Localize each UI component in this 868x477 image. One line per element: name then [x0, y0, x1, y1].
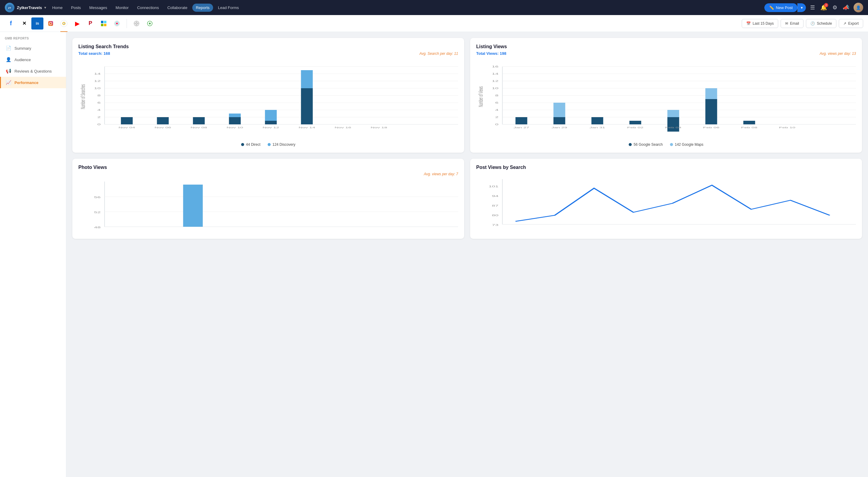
nav-reports[interactable]: Reports — [192, 4, 213, 12]
sidebar-item-performance[interactable]: 📈 Performance — [0, 77, 66, 88]
legend-discovery: 124 Discovery — [268, 142, 296, 147]
top-navigation: ZT ZylkerTravels ▾ Home Posts Messages M… — [0, 0, 868, 15]
listing-views-avg: Avg. views per day: 13 — [819, 52, 856, 56]
svg-text:Jan 27: Jan 27 — [514, 126, 529, 129]
svg-text:ZT: ZT — [8, 7, 11, 9]
social-bar-actions: 📅 Last 15 Days ✉ Email 🕐 Schedule ↗ Expo… — [742, 19, 863, 28]
legend-discovery-dot — [268, 143, 271, 146]
new-post-button[interactable]: ✏️ New Post — [764, 3, 798, 12]
svg-rect-9 — [104, 21, 106, 23]
nav-posts[interactable]: Posts — [67, 4, 85, 12]
svg-rect-46 — [229, 117, 241, 124]
content-area: Listing Search Trends Total search: 168 … — [66, 32, 868, 477]
svg-rect-47 — [229, 113, 241, 117]
svg-rect-44 — [193, 117, 205, 124]
youtube-icon-button[interactable]: ▶ — [71, 18, 83, 30]
svg-text:52: 52 — [94, 211, 101, 214]
svg-text:87: 87 — [492, 204, 498, 207]
megaphone-button[interactable]: 📣 — [841, 3, 850, 12]
linkedin-icon-button[interactable]: in — [31, 18, 43, 30]
export-icon: ↗ — [843, 22, 846, 26]
svg-text:Feb 04: Feb 04 — [665, 126, 682, 129]
legend-direct: 44 Direct — [241, 142, 260, 147]
email-button[interactable]: ✉ Email — [781, 19, 804, 28]
svg-text:Nov 16: Nov 16 — [335, 126, 351, 129]
notification-badge: 2 — [824, 3, 828, 7]
svg-rect-77 — [516, 117, 527, 124]
extra-social-1[interactable] — [130, 18, 143, 30]
notifications-button[interactable]: 🔔 2 — [819, 3, 828, 12]
photo-views-title: Photo Views — [79, 165, 458, 170]
listing-views-title: Listing Views — [476, 44, 856, 49]
svg-text:14: 14 — [492, 72, 498, 75]
legend-google-search-dot — [629, 143, 632, 146]
svg-rect-10 — [101, 24, 103, 26]
svg-rect-102 — [183, 184, 203, 227]
menu-icon-button[interactable]: ☰ — [809, 3, 816, 12]
svg-text:Nov 18: Nov 18 — [371, 126, 387, 129]
brand-name: ZylkerTravels — [17, 5, 42, 10]
settings-button[interactable]: ⚙ — [831, 3, 838, 12]
nav-collaborate[interactable]: Collaborate — [164, 4, 191, 12]
photo-views-chart: 48 52 56 — [79, 178, 458, 233]
export-label: Export — [848, 22, 859, 26]
svg-rect-2 — [48, 21, 53, 26]
main-layout: GMB REPORTS 📄 Summary 👤 Audience 📢 Revie… — [0, 32, 868, 477]
svg-text:56: 56 — [94, 196, 101, 199]
brand-dropdown-icon[interactable]: ▾ — [44, 6, 46, 10]
svg-point-14 — [116, 23, 118, 24]
sidebar-audience-label: Audience — [14, 58, 31, 62]
nav-home[interactable]: Home — [49, 4, 66, 12]
listing-search-chart: 0 2 4 6 8 10 12 14 Number of Searches No… — [79, 61, 458, 139]
gmb-icon-button[interactable]: G — [58, 18, 70, 30]
nav-lead-forms[interactable]: Lead Forms — [214, 4, 242, 12]
post-views-card: Post Views by Search 73 80 87 94 101 — [470, 159, 862, 239]
svg-text:16: 16 — [492, 65, 498, 68]
svg-text:6: 6 — [495, 101, 498, 104]
svg-text:Nov 08: Nov 08 — [190, 126, 207, 129]
sidebar-reviews-label: Reviews & Questions — [14, 69, 52, 73]
sidebar-item-audience[interactable]: 👤 Audience — [0, 54, 66, 65]
new-post-icon: ✏️ — [769, 5, 774, 10]
social-divider — [127, 19, 127, 28]
photo-views-avg: Avg. views per day: 7 — [424, 172, 458, 176]
schedule-label: Schedule — [817, 22, 832, 26]
instagram-icon-button[interactable] — [44, 18, 57, 30]
new-post-dropdown-button[interactable]: ▾ — [798, 3, 806, 12]
post-views-chart: 73 80 87 94 101 — [476, 176, 856, 230]
nav-monitor[interactable]: Monitor — [112, 4, 132, 12]
listing-search-legend: 44 Direct 124 Discovery — [79, 142, 458, 147]
nav-connections[interactable]: Connections — [133, 4, 162, 12]
pinterest-icon-button[interactable]: P — [84, 18, 96, 30]
microsoft-teams-button[interactable] — [98, 18, 110, 30]
export-button[interactable]: ↗ Export — [839, 19, 863, 28]
sidebar-item-reviews[interactable]: 📢 Reviews & Questions — [0, 65, 66, 77]
svg-text:2: 2 — [495, 116, 498, 118]
nav-right: ✏️ New Post ▾ ☰ 🔔 2 ⚙ 📣 👤 — [764, 3, 863, 12]
listing-search-total: Total search: 168 — [79, 51, 110, 56]
legend-google-search: 56 Google Search — [629, 142, 663, 147]
brand-logo[interactable]: ZT ZylkerTravels ▾ — [5, 3, 46, 12]
svg-text:Nov 04: Nov 04 — [119, 126, 135, 129]
svg-text:Jan 29: Jan 29 — [552, 126, 567, 129]
listing-search-title: Listing Search Trends — [79, 44, 458, 49]
email-label: Email — [790, 22, 799, 26]
schedule-button[interactable]: 🕐 Schedule — [806, 19, 836, 28]
listing-views-chart: 0 2 4 6 8 10 12 14 16 Number of Views Ja… — [476, 61, 856, 139]
performance-icon: 📈 — [6, 80, 11, 85]
legend-google-maps-label: 142 Google Maps — [675, 142, 704, 147]
social-bar: f ✕ in G ▶ P — [0, 15, 868, 32]
svg-text:Nov 12: Nov 12 — [262, 126, 279, 129]
svg-text:Number of Views: Number of Views — [477, 87, 484, 107]
svg-text:14: 14 — [94, 72, 101, 75]
listing-search-meta: Total search: 168 Avg. Search per day: 1… — [79, 51, 458, 56]
user-avatar[interactable]: 👤 — [854, 3, 863, 12]
tiktok-icon-button[interactable] — [111, 18, 123, 30]
twitter-icon-button[interactable]: ✕ — [18, 18, 30, 30]
extra-social-2[interactable] — [144, 18, 156, 30]
sidebar-item-summary[interactable]: 📄 Summary — [0, 42, 66, 54]
date-range-button[interactable]: 📅 Last 15 Days — [742, 19, 778, 28]
nav-messages[interactable]: Messages — [86, 4, 111, 12]
facebook-icon-button[interactable]: f — [5, 18, 17, 30]
svg-text:12: 12 — [94, 79, 101, 82]
